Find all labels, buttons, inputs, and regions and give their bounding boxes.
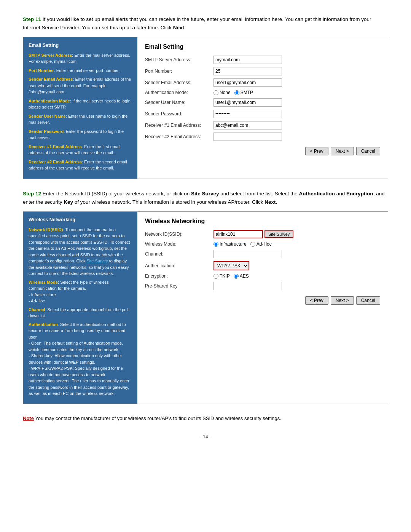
step11-smtp-input[interactable] [213,56,282,64]
site-survey-link[interactable]: Site Survey [87,259,108,263]
step11-left-title: Email Setting [29,42,132,49]
step12-ssid-input[interactable] [213,230,263,238]
step12-infra-label[interactable]: Infrastructure [213,241,247,247]
step11-sender-user-input[interactable] [213,98,282,107]
step11-intro: Step 11 If you would like to set up emai… [23,15,388,32]
step12-ssid-label: Network ID(SSID): [145,232,213,237]
step11-next-button[interactable]: Next > [331,147,354,155]
step12-row-psk: Pre-Shared Key [145,282,380,290]
step11-left-panel: Email Setting SMTP Server Address: Enter… [23,37,137,179]
step12-key-bold: Key [64,199,73,205]
step12-auth-bold: Authentication [299,191,335,197]
step11-sender-email-label: Sender Email Address: [145,80,213,85]
step12-field-channel: Channel: Select the appropriate channel … [29,307,132,319]
step12-psk-label: Pre-Shared Key [145,283,213,289]
step12-tkip-label[interactable]: TKIP [213,273,230,279]
step12-prev-button[interactable]: < Prev [305,296,328,305]
step12-enc-bold: Encryption [346,191,373,197]
step11-prev-button[interactable]: < Prev [305,147,328,155]
step11-auth-smtp-label[interactable]: SMTP [234,90,253,95]
step12-left-title: Wireless Networking [29,216,132,224]
step12-auth-select[interactable]: Open Shared-key WPA-PSK WPA2-PSK [213,261,249,270]
step11-cancel-button[interactable]: Cancel [356,147,380,155]
step11-recv2-label: Receiver #2 Email Address: [145,134,213,139]
step12-psk-input[interactable] [213,282,282,290]
step11-field-port: Port Number: Enter the mail server port … [29,67,132,74]
step11-field-sender-user: Sender User Name: Enter the user name to… [29,113,132,126]
step11-sender-pass-input[interactable] [213,110,282,118]
step12-row-encryption: Encryption: TKIP AES [145,273,380,279]
step11-row-recv1: Receiver #1 Email Address: [145,121,380,129]
step11-label: Step 11 [23,16,41,22]
step12-aes-radio[interactable] [234,274,239,279]
step12-block: Step 12 Enter the Network ID (SSID) of y… [23,190,388,404]
step11-recv1-input[interactable] [213,121,282,129]
step11-btn-row: < Prev Next > Cancel [145,147,380,155]
step12-next-button[interactable]: Next > [331,296,354,305]
step12-left-panel: Wireless Networking Network ID(SSID): To… [23,212,137,404]
step12-panel: Wireless Networking Network ID(SSID): To… [23,211,388,404]
note-text: You may contact the manufacturer of your… [34,415,281,421]
step11-port-input[interactable] [213,67,282,75]
step11-field-auth: Authentication Mode: If the mail server … [29,98,132,110]
step12-field-ssid: Network ID(SSID): To connect the camera … [29,227,132,277]
step11-row-sender-pass: Sender Password: [145,110,380,118]
step11-auth-radios: None SMTP [213,90,253,95]
step11-row-sender-user: Sender User Name: [145,98,380,107]
note-section: Note You may contact the manufacturer of… [23,415,388,423]
step12-enc-label: Encryption: [145,273,213,279]
page-number: - 14 - [23,434,388,439]
step11-block: Step 11 If you would like to set up emai… [23,15,388,179]
step11-next-bold: Next [173,25,184,30]
step11-field-smtp: SMTP Server Address: Enter the mail serv… [29,52,132,65]
step11-sender-user-label: Sender User Name: [145,100,213,105]
step11-form-title: Email Setting [145,43,380,50]
step12-row-channel: Channel: [145,250,380,258]
step12-next-bold: Next [264,199,276,205]
step12-field-auth: Authentication: Select the authenticatio… [29,321,132,397]
step11-row-auth: Authentication Mode: None SMTP [145,90,380,95]
step11-row-port: Port Number: [145,67,380,75]
step11-auth-none-label[interactable]: None [213,90,231,95]
step11-panel: Email Setting SMTP Server Address: Enter… [23,37,388,179]
step12-cancel-button[interactable]: Cancel [356,296,380,305]
step11-intro-end: . [184,25,186,30]
step11-smtp-label: SMTP Server Address: [145,57,213,62]
step11-sender-pass-label: Sender Password: [145,111,213,117]
step11-recv1-label: Receiver #1 Email Address: [145,123,213,128]
step11-field-recv1: Receiver #1 Email Address: Enter the fir… [29,144,132,156]
step11-recv2-input[interactable] [213,133,282,141]
step11-sender-email-input[interactable] [213,78,282,87]
step12-aes-label[interactable]: AES [234,273,249,279]
step12-field-mode: Wireless Mode: Select the type of wirele… [29,279,132,304]
step12-mode-label: Wireless Mode: [145,241,213,247]
step11-auth-none-radio[interactable] [213,90,218,95]
step12-adhoc-label[interactable]: Ad-Hoc [250,241,272,247]
step12-row-auth: Authentication: Open Shared-key WPA-PSK … [145,261,380,270]
step12-channel-input[interactable] [213,250,282,258]
step12-channel-label: Channel: [145,251,213,257]
step12-label: Step 12 [23,191,41,197]
step11-auth-smtp-radio[interactable] [234,90,239,95]
step12-auth-label: Authentication: [145,263,213,268]
step12-tkip-radio[interactable] [213,274,218,279]
step12-site-survey-button[interactable]: Site Survey [264,230,293,238]
step12-intro-text: Enter the Network ID (SSID) of your wire… [43,191,191,197]
step12-mode-radios: Infrastructure Ad-Hoc [213,241,272,247]
step11-field-sender-pass: Sender Password: Enter the password to l… [29,128,132,141]
step11-right-panel: Email Setting SMTP Server Address: Port … [137,37,388,179]
step12-row-mode: Wireless Mode: Infrastructure Ad-Hoc [145,241,380,247]
step12-enc-radios: TKIP AES [213,273,249,279]
step12-row-ssid: Network ID(SSID): Site Survey [145,230,380,238]
step12-btn-row: < Prev Next > Cancel [145,296,380,305]
step11-port-label: Port Number: [145,69,213,74]
note-label: Note [23,415,34,421]
step12-form-title: Wireless Networking [145,218,380,225]
step11-field-sender-email: Sender Email Address: Enter the email ad… [29,76,132,95]
step12-infra-radio[interactable] [213,242,218,247]
step12-intro: Step 12 Enter the Network ID (SSID) of y… [23,190,388,206]
step12-adhoc-radio[interactable] [250,242,255,247]
step11-row-sender-email: Sender Email Address: [145,78,380,87]
step11-intro-text: If you would like to set up email alerts… [23,16,371,30]
step12-site-survey-bold: Site Survey [191,191,219,197]
